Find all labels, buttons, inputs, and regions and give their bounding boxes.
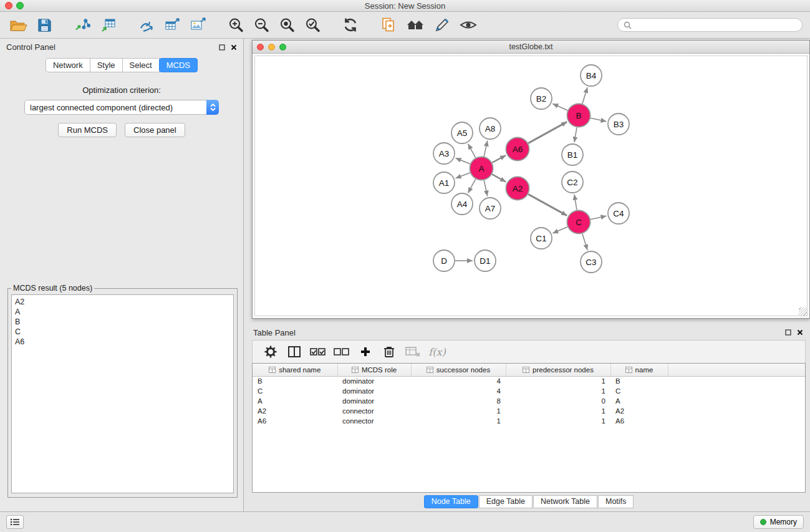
- graph-edge-A-A5[interactable]: [468, 144, 476, 158]
- optimization-criterion-select[interactable]: largest connected component (directed): [24, 100, 219, 115]
- tab-style[interactable]: Style: [90, 58, 123, 72]
- table-cell[interactable]: A6: [253, 416, 337, 426]
- graph-edge-C-C4[interactable]: [591, 216, 606, 220]
- graph-node-B4[interactable]: B4: [581, 65, 602, 86]
- graph-node-C3[interactable]: C3: [581, 251, 602, 273]
- table-row[interactable]: A2connector11A2: [253, 406, 805, 416]
- graph-edge-B-B1[interactable]: [574, 127, 577, 142]
- table-cell[interactable]: A2: [253, 406, 337, 416]
- graph-edge-C-C3[interactable]: [582, 234, 587, 250]
- graph-node-C4[interactable]: C4: [608, 203, 629, 224]
- column-header-predecessor-nodes[interactable]: predecessor nodes: [506, 364, 610, 376]
- graph-edge-B-B4[interactable]: [582, 87, 587, 104]
- graph-edge-A-A2[interactable]: [492, 174, 506, 181]
- save-session-button[interactable]: [36, 16, 54, 34]
- zoom-selected-button[interactable]: [303, 16, 322, 34]
- graph-node-D[interactable]: D: [433, 250, 455, 271]
- refresh-button[interactable]: [341, 16, 360, 34]
- graph-edge-A-A4[interactable]: [468, 179, 476, 193]
- table-row[interactable]: A6connector11A6: [253, 416, 805, 426]
- table-cell[interactable]: B: [253, 376, 337, 386]
- open-session-button[interactable]: [7, 16, 29, 34]
- graph-node-A7[interactable]: A7: [480, 198, 501, 219]
- table-cell[interactable]: dominator: [337, 396, 411, 406]
- table-cell[interactable]: B: [610, 376, 668, 386]
- table-cell[interactable]: dominator: [337, 386, 411, 396]
- tab-network-table[interactable]: Network Table: [533, 495, 597, 508]
- table-cell[interactable]: 4: [411, 386, 506, 396]
- mcds-result-list[interactable]: A2ABCA6: [11, 294, 234, 493]
- graph-node-B2[interactable]: B2: [531, 88, 552, 109]
- tab-select[interactable]: Select: [122, 58, 160, 72]
- mcds-result-item[interactable]: C: [15, 327, 230, 337]
- zoom-fit-button[interactable]: [277, 16, 296, 34]
- table-row[interactable]: Adominator80A: [253, 396, 805, 406]
- column-header-name[interactable]: name: [610, 364, 668, 376]
- table-cell[interactable]: connector: [337, 416, 411, 426]
- table-cell[interactable]: 4: [411, 376, 506, 386]
- delete-column-button[interactable]: [377, 346, 401, 358]
- show-columns-button[interactable]: [282, 346, 306, 358]
- table-cell[interactable]: 8: [411, 396, 506, 406]
- graph-node-A2[interactable]: A2: [506, 177, 529, 200]
- graph-node-C[interactable]: C: [567, 211, 591, 234]
- style-button[interactable]: [433, 16, 451, 34]
- close-window-button[interactable]: [5, 2, 12, 9]
- graph-node-A6[interactable]: A6: [506, 138, 529, 161]
- table-cell[interactable]: 1: [411, 406, 506, 416]
- table-settings-button[interactable]: [259, 345, 282, 359]
- table-cell[interactable]: 1: [506, 376, 610, 386]
- column-header-shared-name[interactable]: shared name: [253, 364, 337, 376]
- close-table-panel-button[interactable]: [797, 329, 803, 336]
- resize-grip[interactable]: [799, 307, 807, 316]
- graph-node-C1[interactable]: C1: [531, 228, 552, 249]
- graph-edge-A6-B[interactable]: [528, 122, 567, 143]
- graph-edge-A-A7[interactable]: [484, 180, 488, 196]
- column-header-MCDS-role[interactable]: MCDS role: [337, 364, 411, 376]
- tab-network[interactable]: Network: [46, 58, 90, 72]
- close-panel-button[interactable]: [231, 44, 237, 51]
- zoom-window-button[interactable]: [16, 2, 24, 9]
- column-header-successor-nodes[interactable]: successor nodes: [411, 364, 506, 376]
- add-column-button[interactable]: [354, 346, 377, 357]
- float-table-panel-button[interactable]: [785, 329, 791, 336]
- graph-node-A4[interactable]: A4: [451, 193, 473, 215]
- function-builder-button[interactable]: f(x): [425, 346, 448, 358]
- graph-edge-A-A3[interactable]: [456, 158, 470, 163]
- graph-node-B[interactable]: B: [567, 104, 591, 127]
- graph-edge-A-A8[interactable]: [484, 141, 488, 157]
- network-close-button[interactable]: [257, 44, 264, 51]
- graph-edge-A2-C[interactable]: [528, 194, 567, 215]
- float-panel-button[interactable]: [219, 44, 225, 51]
- tab-motifs[interactable]: Motifs: [598, 495, 634, 508]
- table-cell[interactable]: 0: [506, 396, 610, 406]
- table-cell[interactable]: A: [610, 396, 668, 406]
- export-image-button[interactable]: [188, 16, 207, 34]
- task-history-button[interactable]: [6, 515, 24, 529]
- table-cell[interactable]: C: [610, 386, 668, 396]
- mcds-result-item[interactable]: A2: [15, 297, 230, 307]
- table-cell[interactable]: A6: [610, 416, 668, 426]
- run-mcds-button[interactable]: Run MCDS: [58, 123, 117, 137]
- table-cell[interactable]: 1: [506, 406, 610, 416]
- table-cell[interactable]: C: [253, 386, 337, 396]
- table-row[interactable]: Bdominator41B: [253, 376, 805, 386]
- tab-edge-table[interactable]: Edge Table: [479, 495, 533, 508]
- table-row[interactable]: Cdominator41C: [253, 386, 805, 396]
- graph-edge-C-C2[interactable]: [574, 195, 577, 210]
- memory-button[interactable]: Memory: [753, 515, 804, 529]
- table-cell[interactable]: A2: [610, 406, 668, 416]
- network-graph[interactable]: AA1A2A3A4A5A6A7A8BB1B2B3B4CC1C2C3C4DD1: [255, 56, 807, 316]
- new-network-button[interactable]: [137, 16, 156, 34]
- graph-edge-A-A1[interactable]: [456, 173, 470, 178]
- tab-mcds[interactable]: MCDS: [159, 58, 198, 72]
- search-input[interactable]: [635, 21, 796, 29]
- import-network-button[interactable]: [73, 16, 92, 34]
- first-neighbors-button[interactable]: [405, 16, 426, 34]
- graph-node-C2[interactable]: C2: [562, 172, 583, 193]
- search-box[interactable]: [617, 18, 803, 32]
- graph-edge-B-B2[interactable]: [552, 104, 567, 110]
- graph-node-B3[interactable]: B3: [608, 114, 629, 135]
- table-cell[interactable]: dominator: [337, 376, 411, 386]
- table-cell[interactable]: 1: [411, 416, 506, 426]
